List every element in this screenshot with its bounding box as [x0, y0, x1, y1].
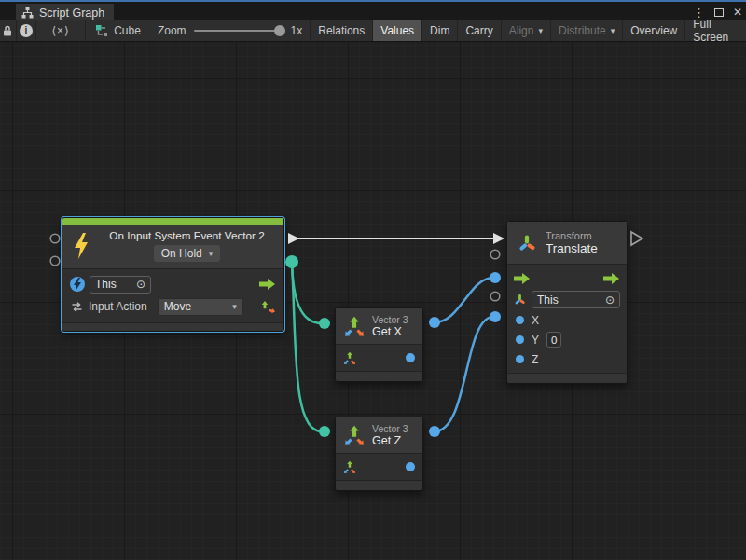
inspect-button[interactable]: i [17, 20, 36, 41]
toolbar-button-carry[interactable]: Carry [457, 20, 500, 41]
graph-reference[interactable]: Cube [86, 20, 150, 41]
translate-this-row: This ⊙ [514, 289, 620, 310]
input-action-label: Input Action [89, 300, 147, 313]
node-title: On Input System Event Vector 2 [109, 229, 264, 241]
y-value-field[interactable]: 0 [546, 332, 561, 348]
port-event-action-input[interactable] [50, 256, 60, 266]
lock-icon [2, 24, 13, 37]
edge-vector2-to-getx[interactable] [292, 262, 322, 323]
port-getx-input[interactable] [319, 318, 330, 329]
node-title: Get X [372, 325, 408, 338]
node-on-input-system-event[interactable]: On Input System Event Vector 2 On Hold ▾… [62, 217, 284, 332]
edge-vector2-to-getz[interactable] [292, 262, 322, 431]
edit-graph-button[interactable]: ⟨×⟩ [36, 20, 86, 41]
flow-edge-start-arrow [288, 233, 299, 244]
lock-button[interactable] [0, 20, 17, 41]
transform-icon [517, 233, 537, 253]
lightning-bolt-icon [72, 233, 90, 259]
flow-edge-end-arrow [493, 233, 504, 244]
chevron-down-icon: ▾ [232, 302, 237, 311]
object-picker-icon[interactable]: ⊙ [136, 279, 145, 290]
node-transform-translate[interactable]: Transform Translate This [506, 221, 628, 384]
zoom-slider[interactable] [194, 30, 283, 32]
coroutine-dropdown[interactable]: On Hold ▾ [154, 245, 221, 262]
vector3-icon [343, 315, 366, 337]
graph-icon [21, 7, 34, 19]
chevron-down-icon: ▾ [209, 249, 214, 258]
port-translate-y-input[interactable] [490, 292, 500, 301]
node-title: Get Z [372, 434, 408, 447]
node-footer [336, 480, 422, 490]
x-port-dot[interactable] [516, 316, 524, 324]
translate-z-row: Z [514, 349, 620, 369]
port-translate-x-input[interactable] [490, 272, 501, 283]
flow-output-arrow-icon [603, 273, 620, 284]
vector3-icon [343, 424, 366, 446]
flow-input-arrow-icon [514, 273, 531, 284]
zoom-control: Zoom 1x [150, 20, 310, 41]
input-action-dropdown[interactable]: Move ▾ [158, 298, 243, 316]
object-picker-icon[interactable]: ⊙ [605, 294, 615, 306]
zoom-slider-handle[interactable] [274, 25, 285, 36]
event-accent-bar [62, 218, 283, 225]
event-action-row: Input Action Move ▾ [70, 295, 276, 318]
toolbar-button-distribute[interactable]: Distribute ▾ [550, 20, 622, 41]
zoom-label: Zoom [158, 24, 186, 37]
edge-getx-to-x[interactable] [435, 278, 493, 322]
z-port-dot[interactable] [516, 355, 524, 363]
port-getx-output[interactable] [429, 317, 440, 328]
node-title: Translate [546, 241, 598, 255]
info-icon: i [20, 24, 33, 37]
node-category: Vector 3 [372, 314, 408, 325]
chevron-down-icon: ▾ [538, 26, 543, 35]
getx-port-row [336, 345, 422, 371]
port-event-vector2-output[interactable] [285, 255, 298, 268]
maximize-icon[interactable] [714, 8, 724, 17]
toolbar-button-overview[interactable]: Overview [622, 20, 684, 41]
port-event-this-input[interactable] [50, 234, 60, 243]
chevron-down-icon: ▾ [611, 26, 615, 35]
edit-graph-icon: ⟨×⟩ [51, 24, 69, 37]
output-port-dot[interactable] [406, 353, 415, 362]
zoom-value: 1x [291, 24, 303, 37]
node-footer [336, 371, 422, 381]
toolbar-button-relations[interactable]: Relations [310, 20, 372, 41]
node-footer [507, 373, 627, 383]
vector2-port-icon [260, 299, 276, 315]
tab-label: Script Graph [39, 7, 104, 20]
vector3-icon-small [343, 460, 356, 473]
toolbar-button-values[interactable]: Values [372, 20, 421, 41]
toolbar: i ⟨×⟩ Cube Zoom 1x Relations Values Dim … [0, 20, 746, 42]
toolbar-button-dim[interactable]: Dim [421, 20, 457, 41]
edge-getz-to-z[interactable] [435, 317, 493, 431]
graph-ref-icon [95, 24, 108, 37]
translate-y-row: Y 0 [514, 330, 620, 349]
vector3-icon-small [343, 351, 356, 364]
graph-canvas[interactable]: On Input System Event Vector 2 On Hold ▾… [0, 42, 746, 560]
y-port-dot[interactable] [516, 335, 524, 344]
node-vector3-get-z[interactable]: Vector 3 Get Z [335, 417, 423, 491]
transform-icon-small [514, 294, 526, 306]
output-port-dot[interactable] [406, 462, 415, 471]
input-system-icon [70, 277, 85, 292]
node-vector3-get-x[interactable]: Vector 3 Get X [335, 307, 423, 382]
flow-output-arrow-icon [259, 279, 276, 290]
node-footer [62, 322, 283, 331]
toolbar-button-fullscreen[interactable]: Full Screen [684, 20, 746, 41]
event-this-row: This ⊙ [70, 273, 276, 295]
this-object-field[interactable]: This ⊙ [532, 291, 620, 308]
port-translate-flow-output[interactable] [631, 232, 642, 245]
script-graph-window: Script Graph ⋮ ✕ i ⟨×⟩ Cube [0, 0, 746, 560]
toolbar-button-align[interactable]: Align ▾ [501, 20, 550, 41]
port-getz-input[interactable] [319, 426, 330, 437]
port-getz-output[interactable] [429, 426, 440, 437]
port-translate-z-input[interactable] [490, 311, 501, 322]
getz-port-row [336, 454, 422, 480]
node-category: Vector 3 [372, 423, 408, 434]
title-bar: Script Graph ⋮ ✕ [0, 0, 746, 20]
this-object-field[interactable]: This ⊙ [90, 276, 151, 294]
port-translate-this-input[interactable] [490, 250, 500, 259]
translate-x-row: X [514, 310, 620, 330]
translate-flow-row [514, 267, 620, 289]
graph-name: Cube [114, 24, 141, 37]
